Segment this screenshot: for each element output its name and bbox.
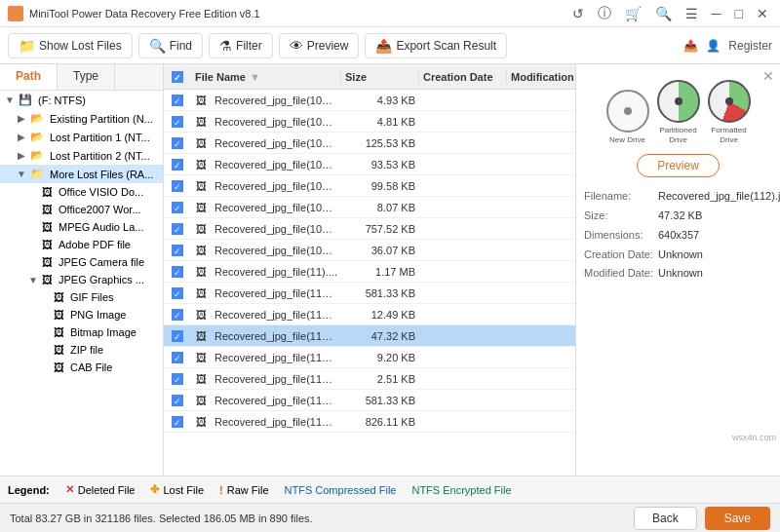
table-row[interactable]: 🖼 Recovered_jpg_file(103).... 4.81 KB xyxy=(164,111,575,133)
checkbox[interactable] xyxy=(172,245,183,256)
row-checkbox[interactable] xyxy=(164,201,191,213)
close-right-panel-icon[interactable]: ✕ xyxy=(762,68,774,84)
tree-item[interactable]: 🖼CAB File xyxy=(0,359,163,376)
find-button[interactable]: 🔍 Find xyxy=(138,33,203,58)
back-button[interactable]: Back xyxy=(634,507,697,530)
tree-item[interactable]: 🖼ZIP file xyxy=(0,341,163,359)
tree-item[interactable]: 🖼Adobe PDF file xyxy=(0,236,163,253)
checkbox[interactable] xyxy=(172,223,183,235)
row-checkbox[interactable] xyxy=(164,372,191,385)
tree-item[interactable]: 🖼Bitmap Image xyxy=(0,323,163,341)
checkbox[interactable] xyxy=(172,395,183,406)
tree-expander[interactable]: ▼ xyxy=(16,169,27,179)
checkbox[interactable] xyxy=(172,159,183,171)
preview-button[interactable]: Preview xyxy=(637,154,720,177)
tree-item[interactable]: ▼📁More Lost Files (RA... xyxy=(0,165,163,183)
tab-path[interactable]: Path xyxy=(0,64,58,90)
tree-expander[interactable]: ▶ xyxy=(16,150,27,161)
row-checkbox[interactable] xyxy=(164,222,191,235)
table-row[interactable]: 🖼 Recovered_jpg_file(115).j... 581.33 KB xyxy=(164,390,575,411)
export-scan-button[interactable]: 📤 Export Scan Result xyxy=(365,33,507,58)
row-checkbox[interactable] xyxy=(164,329,191,342)
tree-item[interactable]: 🖼JPEG Camera file xyxy=(0,253,163,271)
table-row[interactable]: 🖼 Recovered_jpg_file(105).... 93.53 KB xyxy=(164,154,575,175)
table-row[interactable]: 🖼 Recovered_jpg_file(113).j... 9.20 KB xyxy=(164,347,575,368)
info-dimensions-row: Dimensions: 640x357 xyxy=(584,226,772,246)
checkbox[interactable] xyxy=(172,266,183,278)
table-row[interactable]: 🖼 Recovered_jpg_file(107).... 8.07 KB xyxy=(164,197,575,218)
maximize-icon[interactable]: □ xyxy=(731,6,747,21)
save-button[interactable]: Save xyxy=(705,507,770,530)
tree-item[interactable]: ▶📂Lost Partition 1 (NT... xyxy=(0,128,163,146)
close-icon[interactable]: ✕ xyxy=(753,6,772,21)
tree-item[interactable]: ▶📂Existing Partition (N... xyxy=(0,109,163,128)
row-checkbox[interactable] xyxy=(164,244,191,256)
table-row[interactable]: 🖼 Recovered_jpg_file(106).... 99.58 KB xyxy=(164,175,575,197)
tree-item[interactable]: 🖼MPEG Audio La... xyxy=(0,218,163,236)
checkbox[interactable] xyxy=(172,416,183,428)
header-modified[interactable]: Modification xyxy=(507,71,575,83)
tree-item[interactable]: 🖼PNG Image xyxy=(0,306,163,323)
header-filename[interactable]: File Name ▼ xyxy=(191,71,341,83)
table-row[interactable]: 🖼 Recovered_jpg_file(102).... 4.93 KB xyxy=(164,90,575,111)
checkbox[interactable] xyxy=(172,116,183,128)
row-checkbox[interactable] xyxy=(164,115,191,128)
table-row[interactable]: 🖼 Recovered_jpg_file(110).... 581.33 KB xyxy=(164,283,575,304)
new-drive-item: New Drive xyxy=(606,90,649,145)
tree-item[interactable]: ▼🖼JPEG Graphics ... xyxy=(0,271,163,288)
checkbox[interactable] xyxy=(172,202,183,213)
checkbox[interactable] xyxy=(172,95,183,106)
raw-label: Raw File xyxy=(227,484,269,496)
checkbox[interactable] xyxy=(172,373,183,385)
row-checkbox[interactable] xyxy=(164,415,191,428)
search-icon[interactable]: 🔍 xyxy=(651,6,676,21)
tree-item[interactable]: 🖼Office2007 Wor... xyxy=(0,201,163,218)
checkbox[interactable] xyxy=(172,352,183,363)
table-row[interactable]: 🖼 Recovered_jpg_file(109).... 36.07 KB xyxy=(164,240,575,261)
table-row[interactable]: 🖼 Recovered_jpg_file(112).j... 47.32 KB xyxy=(164,325,575,347)
tree-item[interactable]: ▼💾(F: NTFS) xyxy=(0,91,163,109)
shop-icon[interactable]: 🛒 xyxy=(621,6,645,21)
header-size[interactable]: Size xyxy=(341,71,419,83)
check-all[interactable] xyxy=(172,71,183,83)
info-icon[interactable]: ⓘ xyxy=(594,5,615,22)
tab-type[interactable]: Type xyxy=(58,64,115,90)
row-checkbox[interactable] xyxy=(164,308,191,321)
row-checkbox[interactable] xyxy=(164,394,191,406)
row-checkbox[interactable] xyxy=(164,286,191,299)
checkbox[interactable] xyxy=(172,287,183,299)
checkbox[interactable] xyxy=(172,137,183,149)
tree-expander[interactable]: ▼ xyxy=(4,95,16,105)
checkbox[interactable] xyxy=(172,309,183,321)
minimize-icon[interactable]: ─ xyxy=(708,6,725,21)
table-row[interactable]: 🖼 Recovered_jpg_file(111).jpg 12.49 KB xyxy=(164,304,575,325)
tree-expander[interactable]: ▼ xyxy=(27,275,39,285)
tree-expander[interactable]: ▶ xyxy=(16,132,27,142)
tree-item[interactable]: 🖼GIF Files xyxy=(0,288,163,306)
tree-item[interactable]: ▶📂Lost Partition 2 (NT... xyxy=(0,146,163,165)
header-created[interactable]: Creation Date xyxy=(419,71,507,83)
table-row[interactable]: 🖼 Recovered_jpg_file(116).j... 826.11 KB xyxy=(164,411,575,433)
row-checkbox[interactable] xyxy=(164,351,191,363)
table-row[interactable]: 🖼 Recovered_jpg_file(11).... 1.17 MB xyxy=(164,261,575,283)
tree-expander[interactable]: ▶ xyxy=(16,113,27,124)
toolbar: 📁 Show Lost Files 🔍 Find ⚗ Filter 👁 Prev… xyxy=(0,27,780,64)
row-checkbox[interactable] xyxy=(164,94,191,106)
checkbox[interactable] xyxy=(172,330,183,342)
register-label[interactable]: Register xyxy=(728,39,772,53)
menu-icon[interactable]: ☰ xyxy=(682,6,702,21)
show-lost-files-button[interactable]: 📁 Show Lost Files xyxy=(8,33,133,58)
refresh-icon[interactable]: ↺ xyxy=(568,6,588,21)
table-row[interactable]: 🖼 Recovered_jpg_file(114).j... 2.51 KB xyxy=(164,368,575,390)
checkbox[interactable] xyxy=(172,180,183,192)
table-row[interactable]: 🖼 Recovered_jpg_file(108).... 757.52 KB xyxy=(164,218,575,240)
file-list-body: 🖼 Recovered_jpg_file(102).... 4.93 KB 🖼 … xyxy=(164,90,575,475)
preview-toolbar-button[interactable]: 👁 Preview xyxy=(279,33,360,58)
row-checkbox[interactable] xyxy=(164,179,191,192)
filter-button[interactable]: ⚗ Filter xyxy=(209,33,273,58)
table-row[interactable]: 🖼 Recovered_jpg_file(104).... 125.53 KB xyxy=(164,133,575,154)
row-checkbox[interactable] xyxy=(164,136,191,149)
row-checkbox[interactable] xyxy=(164,265,191,278)
tree-item[interactable]: 🖼Office VISIO Do... xyxy=(0,183,163,201)
row-checkbox[interactable] xyxy=(164,158,191,171)
